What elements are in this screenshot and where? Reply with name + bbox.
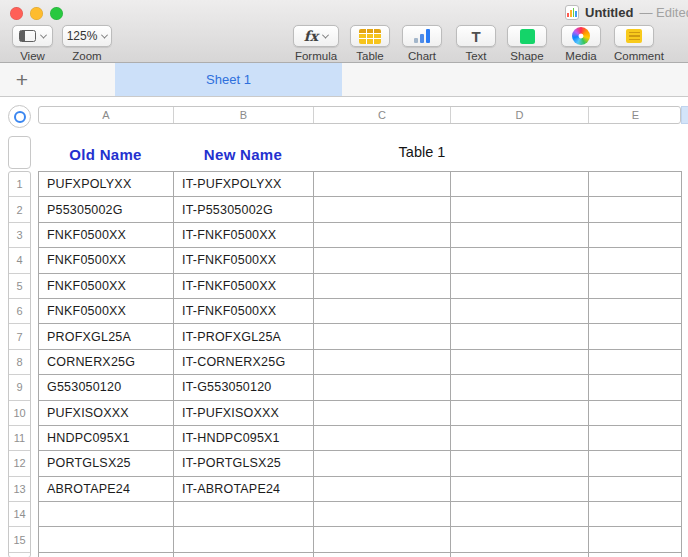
tab-sheet-1[interactable]: Sheet 1 (115, 63, 342, 96)
table-cell[interactable]: PUFXISOXXX (39, 401, 174, 426)
table-cell[interactable] (589, 223, 682, 248)
insert-text-button[interactable]: T (456, 25, 496, 47)
row-header-11[interactable]: 11 (9, 426, 30, 451)
table-cell[interactable] (589, 375, 682, 400)
insert-chart-button[interactable] (402, 25, 442, 47)
table-cell[interactable] (589, 299, 682, 324)
view-button[interactable] (12, 25, 53, 47)
row-header-partial[interactable] (9, 553, 30, 557)
zoom-dropdown[interactable]: 125% (62, 25, 112, 47)
table-cell[interactable] (589, 451, 682, 476)
table-cell[interactable] (314, 527, 451, 552)
row-header-6[interactable]: 6 (9, 299, 30, 324)
table-cell[interactable] (174, 527, 314, 552)
table-cell[interactable] (451, 274, 589, 299)
formula-button[interactable]: fx (293, 25, 339, 47)
table-cell[interactable]: FNKF0500XX (39, 223, 174, 248)
table-cell[interactable] (39, 527, 174, 552)
table-cell[interactable] (314, 274, 451, 299)
table-cell[interactable]: IT-PORTGLSX25 (174, 451, 314, 476)
table-cell[interactable]: G553050120 (39, 375, 174, 400)
table-cell[interactable] (589, 324, 682, 349)
table-cell[interactable] (589, 274, 682, 299)
table-cell[interactable] (451, 451, 589, 476)
row-header-14[interactable]: 14 (9, 502, 30, 527)
header-cell-old-name[interactable]: Old Name (38, 142, 173, 166)
table-cell[interactable]: PUFXPOLYXX (39, 172, 174, 197)
table-cell[interactable] (451, 248, 589, 273)
table-cell[interactable] (314, 350, 451, 375)
table-cell[interactable] (174, 502, 314, 527)
table-cell[interactable] (451, 502, 589, 527)
row-header-12[interactable]: 12 (9, 451, 30, 476)
table-cell[interactable] (451, 401, 589, 426)
header-cell-new-name[interactable]: New Name (173, 142, 313, 166)
insert-shape-button[interactable] (507, 25, 547, 47)
row-header-2[interactable]: 2 (9, 197, 30, 222)
table-cell[interactable]: PORTGLSX25 (39, 451, 174, 476)
table-title[interactable]: Table 1 (399, 144, 446, 160)
table-cell[interactable]: IT-FNKF0500XX (174, 248, 314, 273)
row-header-3[interactable]: 3 (9, 223, 30, 248)
table-cell[interactable]: PROFXGL25A (39, 324, 174, 349)
table-cell[interactable]: IT-HNDPC095X1 (174, 426, 314, 451)
table-cell[interactable] (451, 375, 589, 400)
table-cell[interactable] (451, 223, 589, 248)
table-cell[interactable]: CORNERX25G (39, 350, 174, 375)
column-header-E[interactable]: E (589, 107, 681, 123)
table-select-all-handle[interactable] (8, 105, 31, 128)
column-header-C[interactable]: C (314, 107, 451, 123)
table-cell[interactable] (451, 299, 589, 324)
table-cell[interactable] (314, 172, 451, 197)
table-cell[interactable] (314, 197, 451, 222)
table-cell[interactable]: ABROTAPE24 (39, 477, 174, 502)
table-cell[interactable]: IT-PUFXPOLYXX (174, 172, 314, 197)
table-cell[interactable] (451, 324, 589, 349)
table-cell[interactable] (589, 197, 682, 222)
table-cell[interactable] (589, 527, 682, 552)
column-header-B[interactable]: B (174, 107, 314, 123)
row-header-10[interactable]: 10 (9, 401, 30, 426)
table-cell[interactable] (314, 324, 451, 349)
table-cell[interactable] (314, 502, 451, 527)
column-header-D[interactable]: D (451, 107, 589, 123)
table-cell[interactable] (589, 502, 682, 527)
table-cell[interactable] (589, 401, 682, 426)
table-cell[interactable] (314, 223, 451, 248)
table-cell[interactable]: IT-CORNERX25G (174, 350, 314, 375)
minimize-button[interactable] (30, 7, 43, 20)
row-header-5[interactable]: 5 (9, 274, 30, 299)
table-cell[interactable] (451, 426, 589, 451)
table-cell[interactable] (314, 299, 451, 324)
table-cell[interactable]: IT-P55305002G (174, 197, 314, 222)
table-cell[interactable] (589, 426, 682, 451)
table-cell[interactable] (451, 527, 589, 552)
row-header-4[interactable]: 4 (9, 248, 30, 273)
column-header-A[interactable]: A (39, 107, 174, 123)
table-cell[interactable] (314, 553, 451, 557)
table-cell[interactable] (314, 248, 451, 273)
table-cell[interactable] (39, 502, 174, 527)
close-button[interactable] (10, 7, 23, 20)
table-cell[interactable] (589, 248, 682, 273)
table-cell[interactable] (589, 350, 682, 375)
table-cell[interactable] (314, 477, 451, 502)
table-cell[interactable]: FNKF0500XX (39, 248, 174, 273)
table-cell[interactable] (314, 401, 451, 426)
row-header-1[interactable]: 1 (9, 172, 30, 197)
table-cell[interactable]: IT-G553050120 (174, 375, 314, 400)
table-cell[interactable] (589, 553, 682, 557)
table-cell[interactable] (451, 477, 589, 502)
insert-media-button[interactable] (561, 25, 601, 47)
row-header-8[interactable]: 8 (9, 350, 30, 375)
column-header-f-sliver[interactable] (681, 106, 688, 124)
table-cell[interactable] (589, 477, 682, 502)
table-cell[interactable] (451, 553, 589, 557)
table-cell[interactable] (451, 350, 589, 375)
table-cell[interactable]: IT-FNKF0500XX (174, 299, 314, 324)
add-sheet-button[interactable]: + (8, 63, 36, 96)
table-cell[interactable] (314, 451, 451, 476)
table-cell[interactable]: IT-PUFXISOXXX (174, 401, 314, 426)
table-cell[interactable]: FNKF0500XX (39, 299, 174, 324)
row-header-7[interactable]: 7 (9, 324, 30, 349)
